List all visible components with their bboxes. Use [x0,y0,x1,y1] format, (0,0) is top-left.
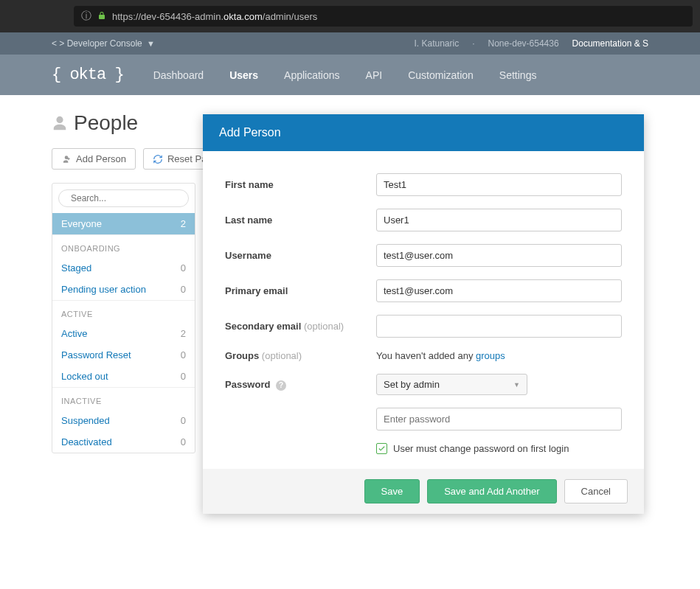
add-person-label: Add Person [76,153,126,164]
browser-url-bar: ⓘ https://dev-654436-admin.okta.com/admi… [0,0,700,32]
password-input[interactable] [376,408,622,431]
chevron-down-icon: ▼ [513,381,520,388]
filter-header-active: ACTIVE [52,300,195,323]
add-person-icon [61,154,72,164]
first-name-label: First name [225,179,376,190]
password-label: Password ? [225,379,376,391]
console-label: Developer Console [67,38,142,49]
add-person-button[interactable]: Add Person [52,148,136,170]
filter-header-onboarding: ONBOARDING [52,234,195,257]
url-path: /admin/users [263,11,317,22]
checkbox-icon[interactable] [376,443,387,454]
chevron-down-icon: ▼ [147,39,155,48]
secondary-email-label: Secondary email (optional) [225,321,376,332]
last-name-label: Last name [225,215,376,226]
primary-email-label: Primary email [225,285,376,296]
filter-locked-out[interactable]: Locked out0 [52,366,195,387]
filter-everyone[interactable]: Everyone 2 [52,213,195,234]
filters-panel: Everyone 2 ONBOARDING Staged0 Pending us… [52,183,195,453]
primary-email-input[interactable] [376,279,622,302]
dot-separator: · [472,38,474,49]
filter-staged[interactable]: Staged0 [52,257,195,279]
nav-api[interactable]: API [366,69,383,81]
change-password-checkbox-row[interactable]: User must change password on first login [376,443,622,454]
groups-link[interactable]: groups [476,350,505,361]
filter-deactivated[interactable]: Deactivated0 [52,431,195,453]
documentation-link[interactable]: Documentation & S [572,38,648,49]
password-select-value: Set by admin [384,379,440,390]
username-label: Username [225,250,376,261]
groups-text: You haven't added any groups [376,350,622,361]
console-carets: < > [52,38,64,49]
filter-header-inactive: INACTIVE [52,387,195,410]
last-name-input[interactable] [376,209,622,231]
filter-pending-user-action[interactable]: Pending user action0 [52,279,195,300]
nav-applications[interactable]: Applications [284,69,340,81]
modal-footer: Save Save and Add Another Cancel [203,469,644,470]
developer-console-switcher[interactable]: < > Developer Console ▼ [52,38,155,49]
top-strip: < > Developer Console ▼ I. Katunaric · N… [0,32,700,55]
okta-logo[interactable]: { okta } [52,66,124,84]
help-icon[interactable]: ? [276,380,286,391]
filter-count: 2 [181,218,186,229]
nav-customization[interactable]: Customization [408,69,474,81]
url-prefix: https://dev-654436-admin. [112,11,223,22]
nav-users[interactable]: Users [229,69,258,81]
modal-title: Add Person [203,114,644,151]
filter-label: Everyone [61,218,102,229]
password-select[interactable]: Set by admin ▼ [376,374,527,395]
search-input-wrap[interactable] [58,189,189,207]
people-icon [52,115,68,131]
secondary-email-input[interactable] [376,315,622,338]
first-name-input[interactable] [376,173,622,196]
add-person-modal: Add Person First name Last name Username… [203,114,644,470]
filter-suspended[interactable]: Suspended0 [52,410,195,431]
main-nav: { okta } Dashboard Users Applications AP… [0,55,700,95]
org-name[interactable]: None-dev-654436 [488,38,559,49]
info-icon: ⓘ [81,10,91,23]
lock-icon [97,11,106,22]
username-input[interactable] [376,244,622,267]
groups-label: Groups (optional) [225,350,376,361]
page-title: People [74,111,138,135]
current-user[interactable]: I. Katunaric [414,38,459,49]
filter-active[interactable]: Active2 [52,323,195,344]
url-domain: okta.com [223,11,263,22]
checkbox-label: User must change password on first login [393,443,569,454]
nav-dashboard[interactable]: Dashboard [153,69,204,81]
search-input[interactable] [71,193,181,203]
refresh-icon [153,154,163,164]
filter-password-reset[interactable]: Password Reset0 [52,344,195,366]
nav-settings[interactable]: Settings [499,69,537,81]
url-box[interactable]: ⓘ https://dev-654436-admin.okta.com/admi… [74,6,693,27]
top-right-links: I. Katunaric · None-dev-654436 Documenta… [414,38,648,49]
reset-passwords-label: Reset Pa [167,153,207,164]
